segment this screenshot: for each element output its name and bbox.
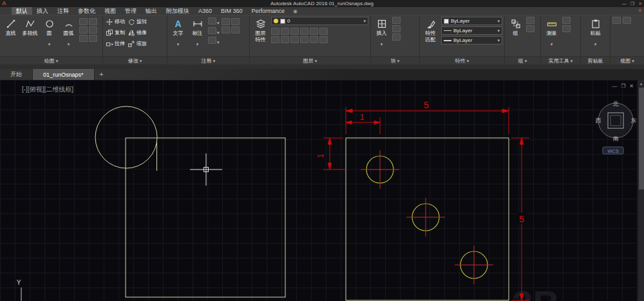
insert-block-button[interactable]: 插入	[373, 17, 390, 48]
draw-tool-icon[interactable]	[89, 26, 97, 34]
mirror-tool-button[interactable]: 镜像	[127, 28, 147, 37]
layer-tool-icon[interactable]	[300, 28, 308, 35]
panel-footer-properties[interactable]: 特性	[420, 56, 504, 64]
ribbon-close-icon[interactable]: ✕	[638, 8, 642, 14]
utility-tool-icon[interactable]	[562, 25, 571, 32]
annotate-tool-icon[interactable]	[208, 37, 216, 44]
annotate-tool-icon[interactable]	[222, 18, 230, 25]
lineweight-select[interactable]: ByLayer	[441, 36, 502, 44]
rotate-tool-button[interactable]: 旋转	[127, 17, 147, 26]
ribbon-tab-view[interactable]: 视图	[100, 7, 120, 15]
annotate-tool-icon[interactable]	[231, 18, 240, 25]
layer-tool-icon[interactable]	[319, 28, 328, 35]
layer-tool-icon[interactable]	[271, 28, 279, 35]
group-tool-icon[interactable]	[526, 17, 535, 24]
dimension-tool-button[interactable]: 标注	[189, 17, 206, 48]
rectangle-tool-icon[interactable]	[79, 18, 88, 25]
panel-footer-utilities[interactable]: 实用工具	[541, 56, 580, 64]
wcs-label: WCS	[607, 148, 619, 154]
file-tab-drawing[interactable]: 01_runOsnaps*	[33, 69, 95, 80]
linetype-select[interactable]: ByLayer	[441, 26, 502, 35]
vertical-scrollbar[interactable]: ▲	[638, 80, 644, 301]
panel-footer-draw[interactable]: 绘图	[0, 56, 102, 64]
layer-tool-icon[interactable]	[290, 28, 299, 35]
hatch-tool-icon[interactable]	[79, 26, 88, 34]
group-icon	[510, 18, 522, 30]
layer-tool-icon[interactable]	[290, 36, 299, 43]
viewport-close-icon[interactable]: ✕	[629, 83, 634, 89]
file-tab-start[interactable]: 开始	[0, 69, 33, 80]
arc-tool-button[interactable]: 圆弧	[60, 17, 77, 48]
draw-tool-icon[interactable]	[89, 35, 97, 42]
ribbon-options-icon[interactable]: ◉	[289, 7, 301, 15]
layer-tool-icon[interactable]	[310, 28, 318, 35]
view-compass[interactable]: 北 西 东 南	[596, 101, 637, 142]
ribbon-tab-annotate[interactable]: 注释	[53, 7, 73, 15]
panel-footer-annotate[interactable]: 注释	[167, 56, 249, 64]
ribbon-tab-bim360[interactable]: BIM 360	[216, 7, 247, 15]
draw-tool-icon[interactable]	[79, 35, 88, 42]
layer-tool-icon[interactable]	[319, 36, 328, 43]
block-tool-icon[interactable]	[392, 17, 401, 24]
view-tool-icon[interactable]	[612, 17, 621, 24]
ribbon-tab-a360[interactable]: A360	[194, 7, 216, 15]
layer-tool-icon[interactable]	[281, 36, 289, 43]
viewport-minimize-icon[interactable]: —	[612, 83, 617, 89]
match-properties-button[interactable]: 特性 匹配	[422, 17, 439, 43]
utility-tool-icon[interactable]	[562, 17, 571, 24]
drawing-canvas[interactable]: 2B	[0, 80, 644, 301]
minimize-button[interactable]: —	[622, 1, 627, 6]
line-tool-button[interactable]: 直线	[2, 17, 19, 36]
ribbon-tab-manage[interactable]: 管理	[120, 7, 141, 15]
close-button[interactable]: ✕	[638, 1, 642, 6]
maximize-button[interactable]: ❐	[630, 1, 634, 6]
annotate-tool-icon[interactable]	[222, 26, 230, 34]
ribbon-tab-insert[interactable]: 插入	[32, 7, 53, 15]
viewport-controls-label[interactable]: [-][俯视][二维线框]	[22, 85, 73, 94]
layer-tool-icon[interactable]	[300, 36, 308, 43]
group-button[interactable]: 组	[507, 17, 524, 36]
block-tool-icon[interactable]	[392, 34, 401, 41]
copy-tool-button[interactable]: 复制	[105, 28, 125, 37]
dim-top-value: 5	[424, 100, 429, 110]
measure-button[interactable]: 测量	[543, 17, 560, 48]
layer-tool-icon[interactable]	[310, 36, 318, 43]
layer-tool-icon[interactable]	[271, 36, 279, 43]
panel-footer-block[interactable]: 块	[371, 56, 419, 64]
ribbon-tab-performance[interactable]: Performance	[247, 7, 290, 15]
wcs-badge[interactable]: WCS	[603, 147, 623, 154]
stretch-tool-button[interactable]: 拉伸	[105, 39, 125, 48]
panel-footer-group[interactable]: 组	[505, 56, 540, 64]
scroll-up-icon[interactable]: ▲	[638, 80, 644, 87]
ellipse-tool-icon[interactable]	[89, 18, 97, 25]
viewport-restore-icon[interactable]: ❐	[621, 83, 625, 89]
layer-properties-button[interactable]: 图层 特性	[252, 17, 269, 43]
ribbon-tab-parametric[interactable]: 参数化	[73, 7, 100, 15]
text-tool-button[interactable]: A 文字	[169, 17, 187, 48]
new-drawing-tab-button[interactable]: +	[95, 69, 109, 80]
panel-footer-modify[interactable]: 修改	[103, 56, 167, 64]
annotate-tool-icon[interactable]	[231, 26, 240, 34]
polyline-tool-button[interactable]: 多段线	[21, 17, 39, 36]
match-properties-label-1: 特性	[426, 30, 436, 36]
move-tool-button[interactable]: 移动	[105, 17, 125, 26]
panel-footer-view[interactable]: 视图	[611, 56, 644, 64]
view-tool-icon[interactable]	[623, 17, 631, 24]
autocad-logo-icon[interactable]: A	[2, 1, 6, 6]
ribbon-tab-output[interactable]: 输出	[141, 7, 162, 15]
ribbon-tab-default[interactable]: 默认	[12, 7, 32, 15]
scrollbar-thumb[interactable]	[639, 88, 644, 189]
table-tool-icon[interactable]	[208, 27, 216, 34]
ribbon-tab-addins[interactable]: 附加模块	[162, 7, 194, 15]
scale-tool-button[interactable]: 缩放	[127, 39, 147, 48]
layer-select[interactable]: 0	[271, 17, 368, 25]
paste-button[interactable]: 粘贴	[587, 17, 604, 48]
object-color-select[interactable]: ByLayer	[441, 17, 502, 25]
circle-tool-button[interactable]: 圆	[41, 17, 58, 48]
group-tool-icon[interactable]	[526, 25, 535, 32]
layer-tool-icon[interactable]	[281, 28, 289, 35]
panel-footer-layers[interactable]: 图层	[250, 56, 370, 64]
dim-left-value: 1	[316, 153, 325, 158]
block-tool-icon[interactable]	[392, 25, 401, 32]
leader-tool-icon[interactable]	[208, 17, 216, 24]
